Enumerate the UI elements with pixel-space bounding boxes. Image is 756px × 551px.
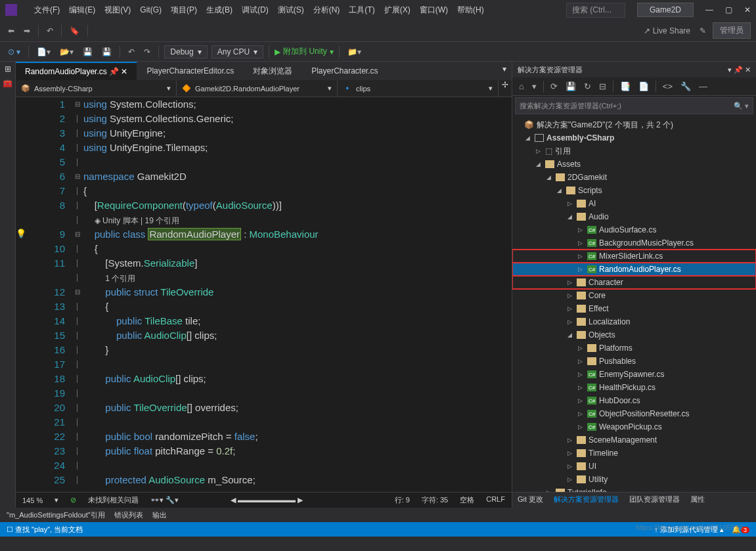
issues-label[interactable]: 未找到相关问题: [88, 495, 139, 505]
tree-item[interactable]: ◢2DGamekit: [512, 171, 756, 184]
open-button[interactable]: 📂▾: [57, 46, 76, 58]
panel-search[interactable]: 搜索解决方案资源管理器(Ctrl+;)🔍 ▾: [515, 97, 753, 114]
folder-button[interactable]: 📁▾: [345, 46, 364, 58]
menu-item[interactable]: 生成(B): [202, 3, 236, 17]
pin-icon[interactable]: ▾ 📌 ✕: [728, 66, 751, 74]
tree-item[interactable]: ▷C#BackgroundMusicPlayer.cs: [512, 236, 756, 250]
menu-item[interactable]: 视图(V): [100, 3, 135, 17]
live-share-button[interactable]: ↗ Live Share: [641, 25, 693, 37]
new-button[interactable]: 📄▾: [34, 46, 53, 58]
tree-item[interactable]: ▷C#EnemySpawner.cs: [512, 368, 756, 381]
save-button[interactable]: 💾: [80, 46, 95, 58]
panel-tab[interactable]: 解决方案资源管理器: [548, 493, 624, 508]
tree-item[interactable]: 📦解决方案"Game2D"(2 个项目，共 2 个): [512, 118, 756, 131]
maximize-icon[interactable]: ▢: [725, 5, 732, 14]
tree-item[interactable]: ▷Effect: [512, 302, 756, 315]
tree-item[interactable]: ▷Utility: [512, 473, 756, 486]
split-icon[interactable]: ✢: [499, 80, 512, 97]
output-tab[interactable]: 输出: [152, 510, 167, 520]
menu-item[interactable]: 测试(S): [274, 3, 308, 17]
tree-item[interactable]: ◢Audio: [512, 210, 756, 223]
doc-tab[interactable]: PlayerCharacterEditor.cs: [137, 62, 244, 80]
panel-tab[interactable]: 团队资源管理器: [624, 493, 685, 508]
more-tabs-icon[interactable]: ▾: [497, 62, 512, 80]
feedback-icon[interactable]: ✎: [697, 25, 709, 37]
find-ref-label[interactable]: "m_AudioSettingsFoldout"引用: [7, 510, 105, 520]
doc-tab[interactable]: PlayerCharacter.cs: [302, 62, 388, 80]
tree-item[interactable]: ▷SceneManagement: [512, 433, 756, 447]
tree-item[interactable]: ◢Assets: [512, 158, 756, 171]
code-editor[interactable]: 💡 12345678910111213141516171819202122232…: [16, 97, 512, 492]
forward-button[interactable]: ➡: [21, 25, 33, 37]
platform-combo[interactable]: Any CPU ▾: [211, 45, 263, 58]
error-list-tab[interactable]: 错误列表: [114, 510, 143, 520]
wrench-icon[interactable]: 🔧: [678, 80, 694, 93]
titlebar: 文件(F)编辑(E)视图(V)Git(G)项目(P)生成(B)调试(D)测试(S…: [0, 0, 756, 20]
tree-item[interactable]: ▷Core: [512, 289, 756, 302]
tree-item[interactable]: ▷Character: [512, 276, 756, 289]
tree-item[interactable]: ▷Pushables: [512, 355, 756, 368]
menu-item[interactable]: 帮助(H): [453, 3, 488, 17]
minimize-icon[interactable]: —: [705, 5, 713, 14]
attach-unity-button[interactable]: ▶ 附加到 Unity ▾: [275, 46, 334, 57]
menu-item[interactable]: 扩展(X): [380, 3, 414, 17]
config-combo[interactable]: Debug ▾: [164, 45, 207, 58]
undo-button[interactable]: ↶: [44, 25, 56, 37]
server-explorer-icon[interactable]: ⊞: [5, 64, 11, 74]
nav-member[interactable]: 🔹 clips▾: [338, 80, 499, 97]
solution-tree[interactable]: 📦解决方案"Game2D"(2 个项目，共 2 个)◢Assembly-CSha…: [512, 116, 756, 492]
tree-item[interactable]: ▷AI: [512, 197, 756, 210]
tree-item[interactable]: ▷C#WeaponPickup.cs: [512, 420, 756, 433]
tree-item[interactable]: ▷Timeline: [512, 447, 756, 460]
menu-item[interactable]: 分析(N): [309, 3, 344, 17]
tree-item[interactable]: ▷TutorialInfo: [512, 486, 756, 492]
nav-assembly[interactable]: 📦 Assembly-CSharp▾: [16, 80, 177, 97]
project-name[interactable]: Game2D: [637, 3, 694, 17]
home-icon[interactable]: ⌂: [516, 80, 527, 93]
panel-tab[interactable]: 属性: [685, 493, 710, 508]
back-button[interactable]: ⬅: [5, 25, 17, 37]
redo-button[interactable]: ↷: [141, 46, 153, 58]
toolbox-icon[interactable]: 🧰: [3, 79, 12, 88]
menu-item[interactable]: 文件(F): [30, 3, 64, 17]
doc-tab[interactable]: RandomAudioPlayer.cs 📌 ✕: [16, 62, 137, 80]
tree-item[interactable]: ▷⬚引用: [512, 144, 756, 158]
properties-icon[interactable]: 📄: [636, 80, 652, 93]
panel-tab[interactable]: Git 更改: [512, 493, 548, 508]
view-code-icon[interactable]: <>: [660, 80, 675, 93]
bookmark-icon[interactable]: 🔖: [67, 25, 82, 37]
tree-item[interactable]: ▷UI: [512, 460, 756, 473]
save-icon[interactable]: 💾: [563, 80, 579, 93]
sync-icon[interactable]: ⟳: [548, 80, 560, 93]
undo-button-2[interactable]: ↶: [125, 46, 137, 58]
search-input[interactable]: 搜索 (Ctrl...: [566, 3, 625, 18]
admin-button[interactable]: 管理员: [713, 22, 751, 39]
show-all-icon[interactable]: 📑: [617, 80, 633, 93]
menu-item[interactable]: Git(G): [136, 4, 166, 16]
menu-item[interactable]: 窗口(W): [416, 3, 452, 17]
tree-item[interactable]: ▷Platforms: [512, 342, 756, 355]
collapse-icon[interactable]: ⊟: [596, 80, 609, 93]
menu-item[interactable]: 项目(P): [167, 3, 201, 17]
save-all-button[interactable]: 💾: [99, 46, 114, 58]
menu-item[interactable]: 编辑(E): [65, 3, 99, 17]
zoom-level[interactable]: 145 %: [22, 496, 43, 504]
tree-item[interactable]: ▷C#ObjectPositionResetter.cs: [512, 407, 756, 420]
editor-statusbar: 145 % ▾ ⊘未找到相关问题 👓▾ 🔧▾ ◀ ▬▬▬▬▬▬▬▬ ▶ 行: 9…: [16, 492, 512, 508]
tree-item[interactable]: ▷C#HealthPickup.cs: [512, 381, 756, 394]
tree-item[interactable]: ▷C#RandomAudioPlayer.cs: [512, 263, 756, 276]
tree-item[interactable]: ▷C#HubDoor.cs: [512, 394, 756, 407]
menu-item[interactable]: 调试(D): [238, 3, 273, 17]
tree-item[interactable]: ▷C#MixerSliderLink.cs: [512, 250, 756, 263]
close-icon[interactable]: ✕: [744, 5, 751, 14]
refresh-icon[interactable]: ↻: [581, 80, 594, 93]
tree-item[interactable]: ◢Scripts: [512, 184, 756, 197]
nav-back-button[interactable]: ⊙ ▾: [5, 46, 23, 58]
tree-item[interactable]: ◢Objects: [512, 328, 756, 342]
tree-item[interactable]: ▷Localization: [512, 315, 756, 328]
menu-item[interactable]: 工具(T): [345, 3, 378, 17]
nav-class[interactable]: 🔶 Gamekit2D.RandomAudioPlayer▾: [177, 80, 338, 97]
doc-tab[interactable]: 对象浏览器: [244, 62, 302, 80]
tree-item[interactable]: ▷C#AudioSurface.cs: [512, 223, 756, 236]
tree-item[interactable]: ◢Assembly-CSharp: [512, 131, 756, 144]
